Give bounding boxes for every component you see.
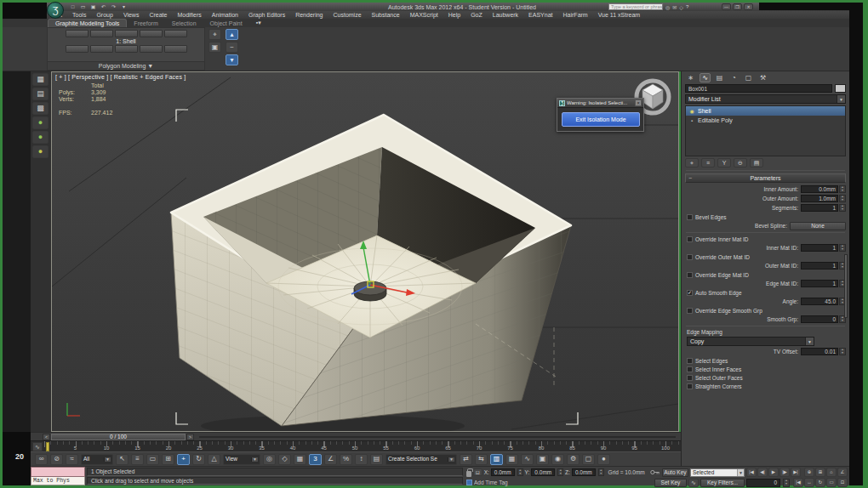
- selection-set-dropdown[interactable]: Selected▼: [690, 468, 745, 477]
- save-file-icon[interactable]: ▣: [89, 3, 97, 10]
- tab-selection[interactable]: Selection: [165, 19, 203, 27]
- keyboard-shortcut-override-icon[interactable]: ▦: [294, 454, 306, 465]
- snaps-toggle-3d-icon[interactable]: 3: [309, 454, 322, 465]
- play-animation-icon[interactable]: ▶: [768, 468, 779, 477]
- pin-stack-ribbon-button[interactable]: [66, 45, 89, 53]
- menu-vue-11-xstream[interactable]: Vue 11 xStream: [598, 12, 640, 18]
- plugin-sphere-icon-1[interactable]: ●: [32, 116, 49, 129]
- object-color-swatch[interactable]: [835, 84, 846, 93]
- ribbon-dock-icon[interactable]: ▣: [208, 42, 221, 53]
- absolute-offset-toggle-icon[interactable]: ⊡: [473, 468, 483, 476]
- ribbon-separator-icon[interactable]: −: [226, 42, 238, 53]
- vertex-mode-button[interactable]: [66, 30, 89, 37]
- use-pivot-point-center-icon[interactable]: ◎: [263, 454, 276, 465]
- hierarchy-tab-icon[interactable]: ▤: [714, 73, 725, 82]
- key-mode-toggle-icon[interactable]: ∿: [688, 479, 699, 487]
- open-file-icon[interactable]: ▭: [79, 3, 87, 10]
- frame-spinner[interactable]: ▲▼: [783, 479, 790, 487]
- go-to-start-key-icon[interactable]: |◀: [793, 478, 803, 487]
- menu-tools[interactable]: Tools: [72, 12, 86, 18]
- unlink-selection-icon[interactable]: ⊘: [50, 454, 63, 465]
- edge-mapping-caret-icon[interactable]: ▼: [805, 338, 814, 345]
- z-coordinate-field[interactable]: 0.0mm: [572, 468, 596, 476]
- auto-key-button[interactable]: Auto Key: [662, 468, 688, 477]
- render-setup-icon[interactable]: ⚙: [567, 454, 580, 465]
- select-and-link-icon[interactable]: ∞: [35, 454, 48, 465]
- tv-offset-field[interactable]: 0.01: [801, 348, 838, 355]
- motion-tab-icon[interactable]: ◔: [728, 73, 740, 82]
- apply-modifier-button[interactable]: [140, 45, 163, 53]
- x-spinner[interactable]: ▲▼: [517, 468, 523, 476]
- menu-customize[interactable]: Customize: [333, 12, 361, 18]
- select-and-manipulate-icon[interactable]: ◇: [278, 454, 291, 465]
- mini-curve-editor-icon[interactable]: ∿: [32, 442, 43, 451]
- selection-lock-icon[interactable]: [466, 471, 471, 477]
- grid-array-icon[interactable]: ▦: [32, 73, 49, 86]
- bind-to-space-warp-icon[interactable]: ≈: [66, 454, 78, 465]
- edit-named-selection-sets-icon[interactable]: ▤: [370, 454, 383, 465]
- layer-manager-icon[interactable]: ▥: [490, 454, 503, 465]
- menu-rendering[interactable]: Rendering: [295, 12, 323, 18]
- create-tab-icon[interactable]: ∗: [685, 73, 696, 82]
- straighten-corners-checkbox[interactable]: [687, 383, 693, 389]
- select-object-icon[interactable]: ↖: [116, 454, 128, 465]
- time-tag-icon[interactable]: [466, 479, 472, 485]
- trackbar-ruler[interactable]: 5101520253035404550556065707580859095100: [44, 441, 679, 451]
- material-editor-icon[interactable]: ◉: [551, 454, 564, 465]
- schematic-view-icon[interactable]: ▣: [536, 454, 549, 465]
- set-key-button[interactable]: Set Key: [654, 479, 687, 487]
- curve-editor-icon[interactable]: ∿: [521, 454, 534, 465]
- pan-view-icon[interactable]: ↔: [804, 478, 814, 487]
- outer-mat-id-field[interactable]: 1: [801, 262, 838, 270]
- communication-center-icon[interactable]: ◇: [679, 4, 683, 10]
- menu-laubwerk[interactable]: Laubwerk: [493, 12, 518, 18]
- collapse-stack-button[interactable]: [90, 45, 113, 53]
- select-by-name-icon[interactable]: ≡: [131, 454, 144, 465]
- key-filters-button[interactable]: Key Filters...: [700, 479, 745, 487]
- maximize-viewport-icon[interactable]: ⊡: [837, 478, 848, 487]
- menu-hairfarm[interactable]: HairFarm: [563, 12, 588, 18]
- region-zoom-icon[interactable]: ▭: [826, 478, 837, 487]
- selection-set-caret-icon[interactable]: ▼: [737, 469, 744, 476]
- menu-goz[interactable]: GoZ: [471, 12, 483, 18]
- stack-item-shell[interactable]: ◉ Shell: [686, 106, 845, 116]
- override-inner-mat-checkbox[interactable]: [687, 236, 693, 242]
- new-scene-icon[interactable]: □: [69, 3, 77, 10]
- override-outer-mat-checkbox[interactable]: [687, 254, 693, 260]
- z-spinner[interactable]: ▲▼: [598, 468, 604, 476]
- plugin-sphere-icon-2[interactable]: ●: [32, 131, 49, 144]
- display-tab-icon[interactable]: ▢: [743, 73, 754, 82]
- dialog-close-icon[interactable]: ✕: [635, 99, 642, 106]
- polygon-mode-button[interactable]: [140, 30, 163, 37]
- polygon-modeling-panel-label[interactable]: Polygon Modeling ▼: [48, 61, 204, 70]
- menu-easynat[interactable]: EASYnat: [528, 12, 552, 18]
- object-name-field[interactable]: Box001: [685, 84, 832, 93]
- orbit-view-icon[interactable]: ↻: [815, 478, 825, 487]
- menu-graph-editors[interactable]: Graph Editors: [248, 12, 285, 18]
- x-coordinate-field[interactable]: 0.0mm: [491, 468, 515, 476]
- modifier-list-caret-icon[interactable]: ▼: [837, 95, 845, 103]
- window-crossing-icon[interactable]: ⊞: [162, 454, 174, 465]
- spinner-snap-toggle-icon[interactable]: ↕: [355, 454, 368, 465]
- ribbon-expand-icon[interactable]: ▴: [226, 29, 238, 40]
- next-frame-icon[interactable]: |▶: [779, 468, 790, 477]
- toggle-result-button[interactable]: [164, 45, 187, 53]
- menu-maxscript[interactable]: MAXScript: [410, 12, 438, 18]
- time-slider-next-icon[interactable]: >: [186, 434, 194, 440]
- go-to-start-icon[interactable]: |◀: [746, 468, 757, 477]
- outer-amount-field[interactable]: 1.0mm: [801, 195, 838, 202]
- zoom-all-icon[interactable]: ⊞: [815, 468, 825, 477]
- menu-views[interactable]: Views: [123, 12, 140, 18]
- panel-scrollbar[interactable]: [844, 254, 848, 318]
- override-smooth-grp-checkbox[interactable]: [687, 308, 693, 314]
- subscription-center-icon[interactable]: ✉: [672, 4, 677, 10]
- smooth-grp-field[interactable]: 0: [801, 315, 838, 323]
- zoom-extents-icon[interactable]: ⌂: [826, 468, 837, 477]
- add-time-tag-label[interactable]: Add Time Tag: [474, 479, 508, 485]
- rollout-collapse-icon[interactable]: −: [688, 175, 692, 181]
- maxscript-mini-listener[interactable]: Max to Phys: [31, 467, 85, 485]
- segments-field[interactable]: 1: [801, 204, 838, 212]
- menu-modifiers[interactable]: Modifiers: [177, 12, 201, 18]
- show-end-result-icon[interactable]: ≡: [701, 158, 715, 167]
- override-edge-mat-checkbox[interactable]: [687, 272, 693, 278]
